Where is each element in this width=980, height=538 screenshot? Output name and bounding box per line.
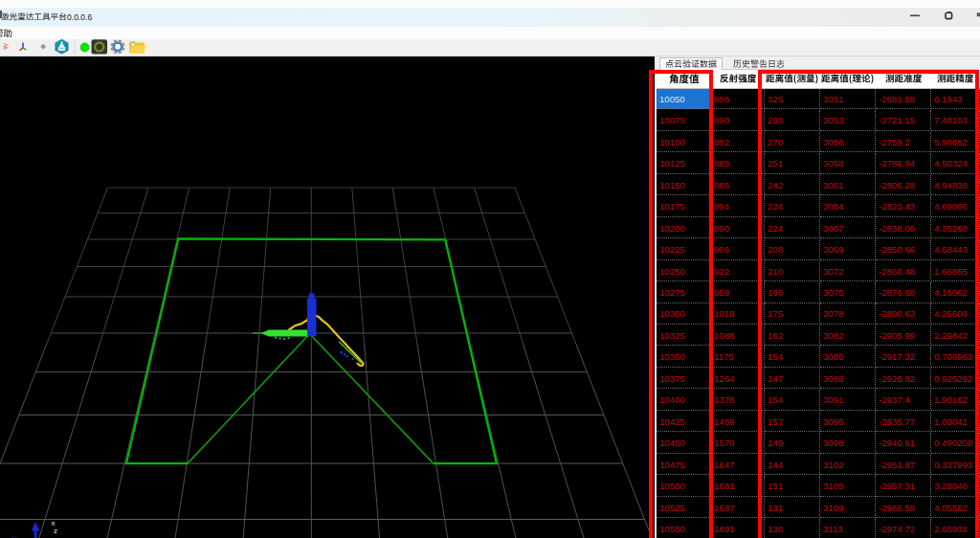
svg-text:y: y bbox=[12, 534, 16, 538]
svg-text:z: z bbox=[54, 527, 57, 535]
